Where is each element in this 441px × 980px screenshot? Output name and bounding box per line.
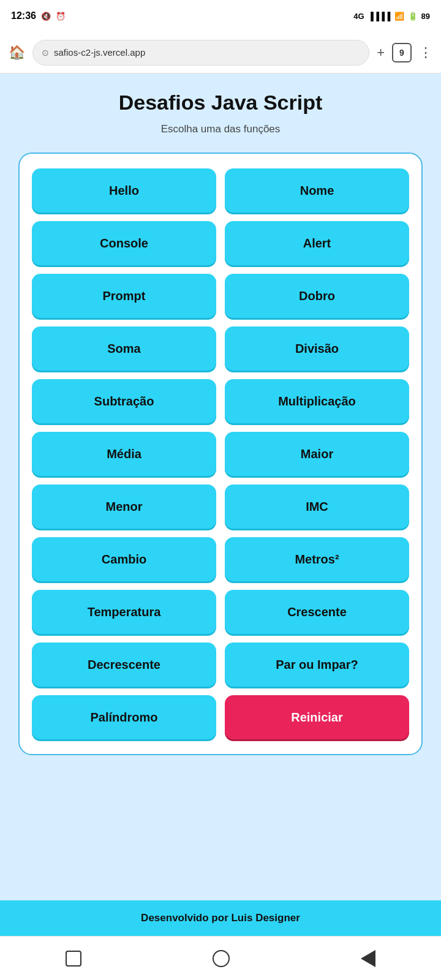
btn-prompt[interactable]: Prompt: [32, 274, 216, 318]
btn-hello[interactable]: Hello: [32, 168, 216, 213]
btn-par-impar[interactable]: Par ou Impar?: [225, 643, 409, 687]
main-content: Desafios Java Script Escolha uma das fun…: [0, 74, 441, 900]
footer: Desenvolvido por Luis Designer: [0, 900, 441, 936]
4g-icon: 4G: [353, 12, 364, 21]
wifi-icon: 📶: [394, 12, 404, 21]
nav-bar: [0, 936, 441, 980]
footer-text: Desenvolvido por Luis Designer: [141, 912, 300, 924]
tab-count-badge[interactable]: 9: [392, 43, 412, 62]
btn-decrescente[interactable]: Decrescente: [32, 643, 216, 687]
btn-palindromo[interactable]: Palíndromo: [32, 695, 216, 739]
btn-soma[interactable]: Soma: [32, 326, 216, 371]
page-subtitle: Escolha uma das funções: [161, 123, 281, 135]
browser-bar: 🏠 ⊙ safios-c2-js.vercel.app + 9 ⋮: [0, 32, 441, 74]
battery-level: 89: [421, 12, 430, 21]
menu-dots-icon: ⋮: [419, 45, 432, 61]
status-right: 4G ▐▐▐▐ 📶 🔋 89: [353, 12, 430, 21]
btn-maior[interactable]: Maior: [225, 432, 409, 476]
nav-home-button[interactable]: [213, 950, 230, 967]
btn-media[interactable]: Média: [32, 432, 216, 476]
url-bar[interactable]: ⊙ safios-c2-js.vercel.app: [32, 40, 369, 66]
home-button[interactable]: 🏠: [9, 45, 25, 61]
btn-temperatura[interactable]: Temperatura: [32, 590, 216, 634]
btn-menor[interactable]: Menor: [32, 484, 216, 529]
btn-nome[interactable]: Nome: [225, 168, 409, 213]
url-security-icon: ⊙: [42, 48, 49, 58]
signal-icon: ▐▐▐▐: [368, 12, 391, 21]
btn-multiplicacao[interactable]: Multiplicação: [225, 379, 409, 423]
btn-subtracao[interactable]: Subtração: [32, 379, 216, 423]
btn-cambio[interactable]: Cambio: [32, 537, 216, 581]
btn-alert[interactable]: Alert: [225, 221, 409, 265]
back-icon: [361, 950, 375, 967]
status-left: 12:36 🔇 ⏰: [11, 10, 66, 21]
menu-button[interactable]: ⋮: [419, 45, 432, 61]
functions-card: HelloNomeConsoleAlertPromptDobroSomaDivi…: [18, 153, 423, 755]
home-nav-icon: [213, 950, 230, 967]
alarm-icon: ⏰: [56, 12, 66, 21]
page-title: Desafios Java Script: [119, 91, 323, 115]
url-text: safios-c2-js.vercel.app: [54, 47, 145, 58]
button-grid: HelloNomeConsoleAlertPromptDobroSomaDivi…: [32, 168, 409, 739]
btn-dobro[interactable]: Dobro: [225, 274, 409, 318]
nav-back-button[interactable]: [361, 950, 375, 967]
mute-icon: 🔇: [41, 12, 51, 21]
btn-console[interactable]: Console: [32, 221, 216, 265]
btn-metros2[interactable]: Metros²: [225, 537, 409, 581]
btn-imc[interactable]: IMC: [225, 484, 409, 529]
btn-reiniciar[interactable]: Reiniciar: [225, 695, 409, 739]
nav-recent-button[interactable]: [66, 951, 81, 967]
new-tab-button[interactable]: +: [377, 45, 385, 61]
btn-crescente[interactable]: Crescente: [225, 590, 409, 634]
status-bar: 12:36 🔇 ⏰ 4G ▐▐▐▐ 📶 🔋 89: [0, 0, 441, 32]
btn-divisao[interactable]: Divisão: [225, 326, 409, 371]
battery-icon: 🔋: [408, 12, 418, 21]
status-time: 12:36: [11, 10, 36, 21]
recent-icon: [66, 951, 81, 967]
